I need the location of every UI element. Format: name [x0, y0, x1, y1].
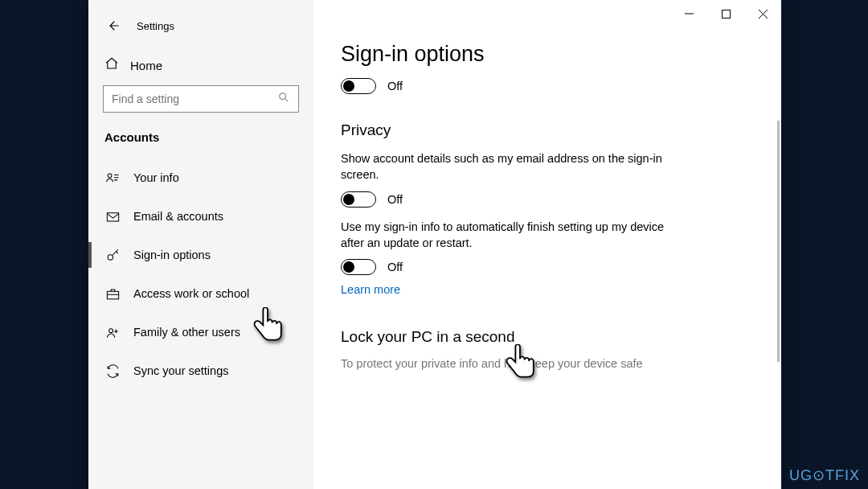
search-wrap: [88, 85, 313, 127]
toggle-show-account[interactable]: [341, 191, 376, 208]
search-input[interactable]: [112, 92, 277, 105]
search-box[interactable]: [103, 85, 299, 113]
learn-more-link[interactable]: Learn more: [341, 283, 754, 296]
settings-window: Settings Home Accounts Your info: [88, 0, 781, 489]
sidebar-item-your-info[interactable]: Your info: [88, 158, 313, 197]
people-icon: [104, 324, 121, 340]
nav-items: Your info Email & accounts Sign-in optio…: [88, 158, 313, 390]
home-icon: [104, 56, 119, 74]
sidebar-section-header: Accounts: [88, 127, 313, 158]
svg-point-1: [108, 173, 112, 177]
briefcase-icon: [104, 286, 121, 302]
toggle-auto-finish[interactable]: [341, 259, 376, 275]
sidebar-item-label: Email & accounts: [133, 210, 223, 223]
sync-icon: [104, 363, 121, 379]
toggle-state-label: Off: [387, 193, 403, 206]
titlebar: Settings: [88, 8, 313, 50]
sidebar-item-access-work-school[interactable]: Access work or school: [88, 274, 313, 313]
lock-header: Lock your PC in a second: [341, 328, 754, 346]
toggle-row-show-account: Off: [341, 191, 754, 208]
sidebar-item-sync-settings[interactable]: Sync your settings: [88, 351, 313, 390]
toggle-state-label: Off: [387, 261, 403, 273]
svg-point-5: [108, 328, 113, 332]
toggle-state-label: Off: [387, 80, 403, 92]
sidebar-home[interactable]: Home: [88, 50, 313, 85]
sidebar-item-label: Sign-in options: [133, 249, 211, 261]
key-icon: [104, 247, 121, 263]
scrollbar[interactable]: [777, 121, 780, 362]
person-card-icon: [104, 170, 121, 186]
toggle-row-auto-finish: Off: [341, 259, 754, 275]
svg-rect-6: [722, 10, 730, 18]
back-button[interactable]: [100, 13, 125, 39]
sidebar: Settings Home Accounts Your info: [88, 0, 313, 489]
content-pane: Sign-in options Off Privacy Show account…: [313, 0, 781, 489]
search-icon: [277, 91, 290, 107]
window-title: Settings: [137, 20, 174, 32]
sidebar-item-label: Sync your settings: [133, 364, 228, 377]
sidebar-item-label: Your info: [133, 171, 179, 184]
page-title: Sign-in options: [341, 42, 754, 67]
toggle-signin[interactable]: [341, 78, 376, 94]
sidebar-item-sign-in-options[interactable]: Sign-in options: [88, 236, 313, 274]
watermark: UG⊙TFIX: [789, 466, 860, 484]
sidebar-item-label: Access work or school: [133, 287, 249, 300]
minimize-button[interactable]: [670, 0, 707, 27]
svg-rect-2: [107, 212, 118, 220]
svg-point-0: [280, 93, 286, 100]
email-icon: [104, 208, 121, 224]
close-button[interactable]: [744, 0, 781, 27]
window-controls: [670, 0, 781, 27]
svg-rect-4: [107, 291, 118, 299]
sidebar-item-label: Family & other users: [133, 326, 240, 339]
maximize-button[interactable]: [707, 0, 744, 27]
home-label: Home: [130, 59, 162, 72]
privacy-header: Privacy: [341, 121, 754, 139]
sidebar-item-email-accounts[interactable]: Email & accounts: [88, 197, 313, 236]
lock-desc-partial: To protect your private info and help ke…: [341, 357, 754, 370]
svg-point-3: [108, 254, 113, 259]
sidebar-item-family-other-users[interactable]: Family & other users: [88, 313, 313, 351]
toggle-row-signin: Off: [341, 78, 754, 94]
privacy-desc-2: Use my sign-in info to automatically fin…: [341, 219, 678, 252]
privacy-desc-1: Show account details such as my email ad…: [341, 150, 678, 183]
